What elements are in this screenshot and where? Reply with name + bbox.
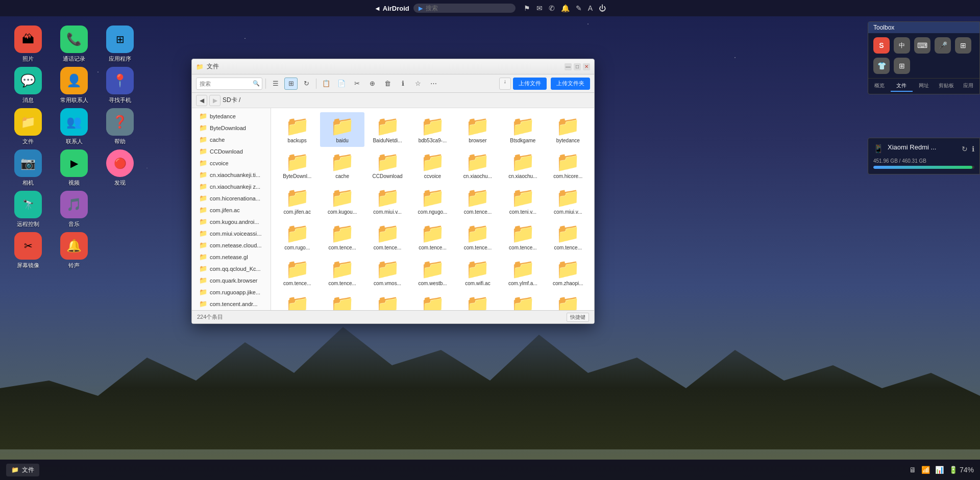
- file-item-dividan[interactable]: 📁 Dividan: [501, 291, 545, 310]
- file-item-tence6[interactable]: 📁 com.tence...: [501, 219, 545, 254]
- file-item-hicore[interactable]: 📁 com.hicore...: [546, 148, 590, 183]
- sidebar-item-hicore[interactable]: 📁 com.hicorenationa...: [192, 192, 271, 204]
- desktop-icon-ringtone[interactable]: 🔔 铃声: [56, 232, 92, 269]
- more-button[interactable]: ⋯: [427, 78, 440, 90]
- file-item-zhaopi1[interactable]: 📁 com.zhaopi...: [546, 255, 590, 290]
- info-device-icon[interactable]: ℹ: [972, 145, 974, 153]
- grid-view-button[interactable]: ⊞: [284, 78, 298, 90]
- file-item-bdb53[interactable]: 📁 bdb53ca9-...: [410, 112, 454, 147]
- file-item-ngugo[interactable]: 📁 com.ngugo...: [410, 184, 454, 218]
- cut-button[interactable]: ✂: [350, 78, 363, 90]
- toolbox-nav-files[interactable]: 文件: [891, 81, 913, 92]
- search-box[interactable]: 🔍: [196, 78, 262, 90]
- list-view-button[interactable]: ☰: [269, 78, 282, 90]
- bell-icon[interactable]: 🔔: [561, 4, 570, 12]
- sidebar-item-cache[interactable]: 📁 cache: [192, 134, 271, 145]
- file-item-cn-xiaoch2[interactable]: 📁 cn.xiaochu...: [501, 148, 545, 183]
- delete-button[interactable]: 🗑: [381, 78, 394, 90]
- copy-button[interactable]: ⊕: [365, 78, 379, 90]
- file-item-tence3[interactable]: 📁 com.tence...: [365, 219, 409, 254]
- sidebar-item-netease-cloud[interactable]: 📁 com.netease.cloud...: [192, 239, 271, 251]
- toolbox-icon-grid[interactable]: ⊞: [955, 37, 971, 54]
- desktop-icon-find[interactable]: 📍 寻找手机: [102, 67, 138, 104]
- toolbox-icon-more[interactable]: ⊞: [894, 58, 910, 74]
- refresh-device-icon[interactable]: ↻: [962, 145, 968, 153]
- file-item-dimension[interactable]: 📁 Dimension...: [456, 291, 500, 310]
- file-item-tence2[interactable]: 📁 com.tence...: [320, 219, 364, 254]
- file-item-cn-xiaoch1[interactable]: 📁 cn.xiaochu...: [456, 148, 500, 183]
- file-item-ccdownload[interactable]: 📁 CCDownload: [365, 148, 409, 183]
- topbar-search-input[interactable]: [426, 5, 497, 12]
- file-item-vmos[interactable]: 📁 com.vmos...: [365, 255, 409, 290]
- toolbox-icon-keyboard[interactable]: ⌨: [914, 37, 930, 54]
- file-item-westb[interactable]: 📁 com.westb...: [410, 255, 454, 290]
- shortcut-button[interactable]: 快捷键: [567, 313, 589, 322]
- info-button[interactable]: ℹ: [396, 78, 409, 90]
- file-item-dcim[interactable]: 📁 DCIM: [365, 291, 409, 310]
- paste-button[interactable]: 📄: [335, 78, 348, 90]
- file-item-baidunetdi[interactable]: 📁 BaiduNetdi...: [365, 112, 409, 147]
- file-item-miui-v2[interactable]: 📁 com.miui.v...: [546, 184, 590, 218]
- desktop-icon-contacts2[interactable]: 👥 联系人: [56, 108, 92, 145]
- file-item-tence5[interactable]: 📁 com.tence...: [456, 219, 500, 254]
- desktop-icon-screen[interactable]: ✂ 屏幕镜像: [10, 232, 46, 269]
- toolbox-nav-overview[interactable]: 概览: [868, 81, 891, 92]
- desktop-icon-music[interactable]: 🎵 音乐: [56, 191, 92, 228]
- file-item-tence8[interactable]: 📁 com.tence...: [275, 255, 319, 290]
- file-item-rugo[interactable]: 📁 com.rugo...: [275, 219, 319, 254]
- close-button[interactable]: ✕: [583, 63, 590, 70]
- topbar-search-box[interactable]: ▶: [413, 4, 516, 13]
- file-item-teni-v[interactable]: 📁 com.teni.v...: [501, 184, 545, 218]
- download-button[interactable]: ↓: [499, 78, 511, 90]
- file-item-wifi-ac[interactable]: 📁 com.wifi.ac: [456, 255, 500, 290]
- file-item-backups[interactable]: 📁 backups: [275, 112, 319, 147]
- power-icon[interactable]: ⏻: [599, 4, 606, 12]
- desktop-icon-discover[interactable]: 🔴 发现: [102, 149, 138, 187]
- toolbox-icon-mic[interactable]: 🎤: [935, 37, 951, 54]
- file-item-bytedownl[interactable]: 📁 ByteDownl...: [275, 148, 319, 183]
- star-button[interactable]: ☆: [411, 78, 425, 90]
- file-item-jifen-ac[interactable]: 📁 com.jifen.ac: [275, 184, 319, 218]
- taskbar-file-item[interactable]: 📁 文件: [6, 464, 39, 476]
- forward-button[interactable]: ▶: [209, 95, 220, 106]
- sidebar-item-netease-gl[interactable]: 📁 com.netease.gl: [192, 251, 271, 263]
- upload-file-button[interactable]: 上传文件: [513, 78, 547, 90]
- desktop-icon-calls[interactable]: 📞 通话记录: [56, 26, 92, 63]
- sidebar-item-jifen[interactable]: 📁 com.jifen.ac: [192, 204, 271, 216]
- sidebar-item-cn1[interactable]: 📁 cn.xiaochuankeji.ti...: [192, 169, 271, 181]
- sidebar-item-quark[interactable]: 📁 com.quark.browser: [192, 274, 271, 286]
- toolbox-icon-cn[interactable]: 中: [894, 37, 910, 54]
- sidebar-item-ccdownload[interactable]: 📁 CCDownload: [192, 145, 271, 157]
- file-item-data[interactable]: 📁 data: [320, 291, 364, 310]
- desktop-icon-remote[interactable]: 🔭 远程控制: [10, 191, 46, 228]
- desktop-icon-photos[interactable]: 🏔 照片: [10, 26, 46, 63]
- file-item-miui-v1[interactable]: 📁 com.miui.v...: [365, 184, 409, 218]
- search-input[interactable]: [200, 81, 251, 87]
- text-icon[interactable]: A: [588, 4, 593, 12]
- file-item-baidu[interactable]: 📁 baidu: [320, 112, 364, 147]
- desktop-icon-apps[interactable]: ⊞ 应用程序: [102, 26, 138, 63]
- phone-icon[interactable]: ✆: [549, 4, 555, 12]
- file-item-browser[interactable]: 📁 browser: [456, 112, 500, 147]
- upload-folder-button[interactable]: 上传文件夹: [551, 78, 590, 90]
- file-item-bytedance[interactable]: 📁 bytedance: [546, 112, 590, 147]
- file-item-digu[interactable]: 📁 digu: [410, 291, 454, 310]
- file-item-btsdkgame[interactable]: 📁 Btsdkgame: [501, 112, 545, 147]
- file-item-zhaopi2[interactable]: 📁 com.zhaopi...: [275, 291, 319, 310]
- flag-icon[interactable]: ⚑: [524, 4, 530, 12]
- toolbox-nav-apps[interactable]: 应用: [957, 81, 979, 92]
- desktop-icon-files[interactable]: 📁 文件: [10, 108, 46, 145]
- back-button[interactable]: ◀: [196, 95, 207, 106]
- toolbox-nav-web[interactable]: 网址: [913, 81, 935, 92]
- sidebar-item-kugou[interactable]: 📁 com.kugou.androi...: [192, 216, 271, 228]
- sidebar-item-bytedance[interactable]: 📁 bytedance: [192, 110, 271, 122]
- file-item-ylmf[interactable]: 📁 com.ylmf.a...: [501, 255, 545, 290]
- file-item-ccvoice[interactable]: 📁 ccvoice: [410, 148, 454, 183]
- maximize-button[interactable]: □: [574, 63, 581, 70]
- edit-icon[interactable]: ✎: [576, 4, 582, 12]
- sidebar-item-miui-voice[interactable]: 📁 com.miui.voiceassi...: [192, 228, 271, 239]
- sidebar-item-qq-qcloud[interactable]: 📁 com.qq.qcloud_Kc...: [192, 263, 271, 274]
- file-item-kugou[interactable]: 📁 com.kugou...: [320, 184, 364, 218]
- desktop-icon-video[interactable]: ▶ 视频: [56, 149, 92, 187]
- toolbox-nav-clipboard[interactable]: 剪贴板: [935, 81, 958, 92]
